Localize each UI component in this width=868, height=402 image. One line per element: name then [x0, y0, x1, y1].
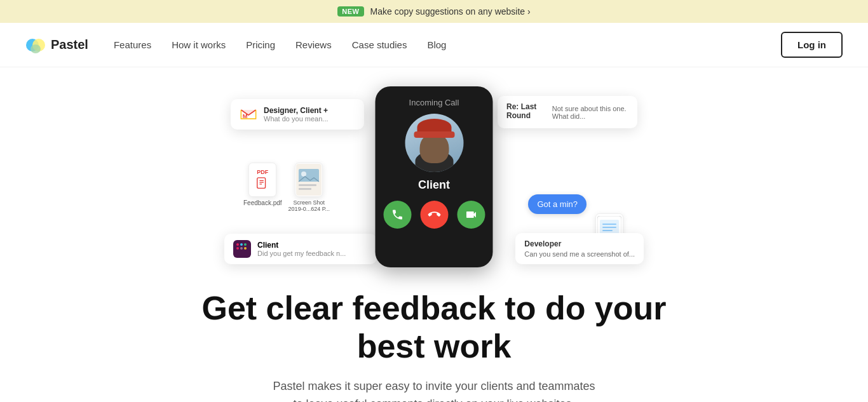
svg-rect-12 — [236, 247, 239, 250]
img-icon — [295, 163, 323, 197]
video-call-button[interactable] — [457, 201, 485, 229]
svg-rect-14 — [240, 243, 243, 246]
email-preview: What do you mean... — [264, 115, 329, 123]
img-file: Screen Shot2019-0...624 P... — [288, 163, 330, 212]
nav-pricing[interactable]: Pricing — [246, 39, 275, 50]
nav-features[interactable]: Features — [114, 39, 151, 50]
pdf-icon: PDF — [248, 163, 276, 197]
svg-point-2 — [31, 44, 41, 53]
svg-rect-13 — [236, 243, 239, 246]
incoming-call-label: Incoming Call — [409, 98, 459, 107]
svg-rect-20 — [602, 224, 616, 225]
hero-section: M Designer, Client + What do you mean...… — [0, 67, 868, 402]
svg-rect-15 — [244, 243, 247, 246]
gmail-icon: M — [240, 105, 257, 123]
dev-msg-preview: Can you send me a screenshot of... — [524, 250, 635, 258]
files-area: PDF Feedback.pdf — [243, 163, 330, 212]
svg-rect-21 — [602, 227, 616, 228]
screenshot-icon — [296, 164, 322, 196]
accept-call-button[interactable] — [383, 201, 411, 229]
svg-text:M: M — [243, 113, 248, 119]
caller-name: Client — [418, 178, 450, 192]
illustration-area: M Designer, Client + What do you mean...… — [212, 86, 656, 271]
nav-how-it-works[interactable]: How it works — [172, 39, 226, 50]
hat-brim — [414, 131, 454, 138]
svg-rect-5 — [257, 178, 266, 189]
hero-title: Get clear feedback to do your best work — [180, 290, 688, 366]
svg-rect-9 — [299, 184, 316, 186]
email-text: Designer, Client + What do you mean... — [264, 106, 329, 123]
phone-accept-icon — [391, 208, 403, 221]
decline-call-button[interactable] — [420, 201, 448, 229]
chat-sender: Re: Last Round — [506, 102, 546, 120]
client-msg-from: Client — [257, 241, 346, 250]
hero-subtitle: Pastel makes it super easy to invite you… — [273, 377, 595, 402]
svg-rect-10 — [299, 188, 311, 190]
call-actions — [383, 201, 485, 229]
slack-icon — [233, 240, 251, 258]
chat-card-right: Re: Last Round Not sure about this one. … — [498, 96, 637, 128]
img-filename: Screen Shot2019-0...624 P... — [288, 199, 330, 212]
client-slack-card: Client Did you get my feedback n... — [224, 234, 377, 264]
client-msg-text: Client Did you get my feedback n... — [257, 241, 346, 257]
nav-reviews[interactable]: Reviews — [295, 39, 332, 50]
phone-decline-icon — [428, 208, 440, 221]
new-badge: NEW — [337, 6, 363, 17]
banner-text[interactable]: Make copy suggestions on any website › — [370, 6, 531, 17]
video-icon — [465, 208, 477, 221]
logo-icon — [25, 35, 46, 55]
pdf-filename: Feedback.pdf — [243, 199, 282, 206]
client-msg-preview: Did you get my feedback n... — [257, 250, 346, 257]
chat-preview: Not sure about this one. What did... — [552, 105, 628, 120]
pdf-file: PDF Feedback.pdf — [243, 163, 282, 212]
email-card: M Designer, Client + What do you mean... — [231, 99, 364, 130]
svg-rect-16 — [244, 247, 247, 250]
main-nav: Pastel Features How it works Pricing Rev… — [0, 23, 868, 67]
email-from: Designer, Client + — [264, 106, 329, 115]
got-a-min-bubble: Got a min? — [528, 194, 587, 214]
pdf-logo — [255, 177, 269, 191]
caller-avatar — [405, 114, 463, 172]
nav-case-studies[interactable]: Case studies — [352, 39, 407, 50]
logo-name: Pastel — [51, 37, 88, 52]
phone-card: Incoming Call Client — [376, 86, 493, 267]
nav-links: Features How it works Pricing Reviews Ca… — [114, 39, 781, 50]
developer-message-card: Developer Can you send me a screenshot o… — [515, 233, 644, 264]
svg-rect-17 — [240, 247, 243, 250]
svg-rect-22 — [602, 230, 613, 231]
logo-link[interactable]: Pastel — [25, 35, 88, 55]
svg-point-8 — [301, 171, 306, 177]
nav-blog[interactable]: Blog — [427, 39, 446, 50]
dev-msg-from: Developer — [524, 239, 635, 248]
login-button[interactable]: Log in — [781, 32, 843, 58]
announcement-banner: NEW Make copy suggestions on any website… — [0, 0, 868, 23]
